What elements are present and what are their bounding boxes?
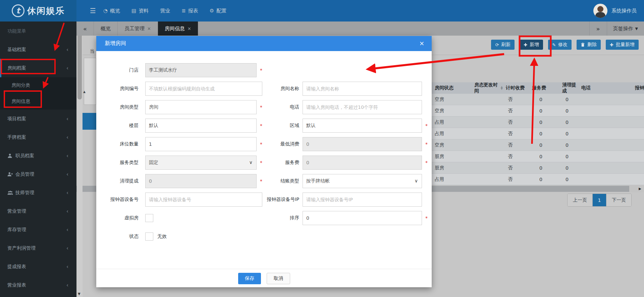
sidebar-item-room-archive[interactable]: 房间档案 ‹ <box>0 59 76 77</box>
form-field-floor: 楼层默认* <box>96 119 262 133</box>
store-dropdown[interactable]: 李工测试水疗 <box>145 63 257 77</box>
chevron-left-icon: ‹ <box>66 227 68 233</box>
min-spend-label: 最低消费 <box>262 141 299 147</box>
vertical-scroll-thumb[interactable] <box>77 29 82 99</box>
chevron-down-icon: ▼ <box>635 27 638 31</box>
table-header-cell: 服务费 <box>529 82 559 94</box>
form-field-room-type: 房间类型房间* <box>96 100 262 114</box>
store-label: 门店 <box>96 67 139 73</box>
service-fee-input[interactable] <box>303 156 422 170</box>
clock-device-ip-label: 报钟器设备号IP <box>262 197 299 203</box>
required-asterisk: * <box>425 123 428 128</box>
sidebar-item-asset-profit-mgmt[interactable]: 资产利润管理 ‹ <box>0 239 76 257</box>
tab-close-icon[interactable]: ✕ <box>187 26 191 31</box>
sidebar-item-project-archive[interactable]: 项目档案 ‹ <box>0 110 76 128</box>
next-page-button[interactable]: 下一页 <box>606 194 631 206</box>
scroll-right-icon[interactable]: ▶ <box>639 187 641 190</box>
tab-operations-dropdown[interactable]: 页签操作 ▼ <box>607 22 644 36</box>
toolbar-add-button[interactable]: ✚ 新增 <box>520 40 543 50</box>
toolbar-batch-add-button[interactable]: ✚ 批量新增 <box>606 40 639 50</box>
cancel-button[interactable]: 取消 <box>267 273 290 284</box>
tabs-scroll-left-button[interactable]: « <box>76 22 94 36</box>
nav-data[interactable]: ▤ 资料 <box>131 8 149 14</box>
clean-commission-label: 清理提成 <box>96 178 139 184</box>
table-row[interactable]: 占用 否 0 0 <box>432 174 644 185</box>
room-no-input[interactable] <box>145 82 262 96</box>
toolbar-refresh-button[interactable]: ⟳ 刷新 <box>491 40 515 50</box>
toolbar-delete-button[interactable]: 删除 <box>577 40 601 50</box>
sidebar-item-member-mgmt[interactable]: 会员管理 ‹ <box>0 165 76 183</box>
table-row[interactable]: 占用 否 0 0 <box>432 117 644 128</box>
nav-overview[interactable]: ◔ 概览 <box>103 8 120 14</box>
required-asterisk: * <box>260 104 262 110</box>
add-room-modal: 新增房间 ✕ 门店李工测试水疗*房间编号房间名称房间类型房间*电话楼层默认*区域… <box>96 36 432 287</box>
sort-input[interactable] <box>303 211 422 225</box>
app-screen: t 休闲娱乐 ☰ ◔ 概览 ▤ 资料 营业 ≣ 报表 ⚙ 配置 <box>0 0 644 297</box>
save-button[interactable]: 保存 <box>238 273 261 284</box>
reports-icon: ≣ <box>181 8 186 14</box>
table-header-cell[interactable]: 房态更改时间 ▲▼ <box>471 82 503 94</box>
tab-概览[interactable]: 概览 <box>94 22 118 36</box>
sidebar-item-room-info[interactable]: 房间信息 ‹ <box>0 93 76 110</box>
hamburger-menu-icon[interactable]: ☰ <box>90 7 96 15</box>
sidebar-item-room-category[interactable]: 房间分类 ‹ <box>0 77 76 93</box>
sidebar-item-inventory-mgmt[interactable]: 库存管理 ‹ <box>0 220 76 239</box>
sidebar-item-commission-report[interactable]: 提成报表 ‹ <box>0 257 76 276</box>
toolbar-edit-button[interactable]: ✎ 修改 <box>548 40 572 50</box>
table-row[interactable]: 空房 否 0 0 <box>432 105 644 117</box>
content-vertical-scrollbar[interactable]: ▲ ▼ <box>77 22 83 297</box>
table-row[interactable]: 空房 否 0 0 <box>432 139 644 151</box>
sidebar-item-technician-mgmt[interactable]: 技师管理 ‹ <box>0 183 76 202</box>
form-field-beds: 床位数量* <box>96 137 262 151</box>
sidebar-item-business-report[interactable]: 营业报表 ‹ <box>0 276 76 294</box>
table-row[interactable]: 空房 否 0 0 <box>432 94 644 105</box>
table-row[interactable]: 占用 否 0 0 <box>432 128 644 139</box>
rooms-table: 房间状态 房态更改时间 ▲▼ 计时收费 服务费 清理提成 电话 报钟器设备号 <box>432 82 644 185</box>
phone-input[interactable] <box>303 100 422 114</box>
sidebar-item-staff-archive[interactable]: 职员档案 ‹ <box>0 146 76 165</box>
add-room-form: 门店李工测试水疗*房间编号房间名称房间类型房间*电话楼层默认*区域默认*床位数量… <box>96 63 432 244</box>
nav-reports[interactable]: ≣ 报表 <box>181 8 198 14</box>
area-dropdown[interactable]: 默认 <box>303 119 422 133</box>
form-field-room-name: 房间名称 <box>262 82 432 96</box>
sidebar-item-handcard-archive[interactable]: 手牌档案 ‹ <box>0 128 76 146</box>
beds-input[interactable] <box>145 137 257 151</box>
required-asterisk: * <box>260 141 262 147</box>
clock-device-ip-input[interactable] <box>303 193 422 207</box>
user-menu[interactable]: 系统操作员 <box>593 4 644 18</box>
tabs-scroll-right-button[interactable]: » <box>589 22 607 36</box>
prev-page-button[interactable]: 上一页 <box>568 194 592 206</box>
nav-business[interactable]: 营业 <box>160 8 170 14</box>
rooms-table-body: 空房 否 0 0 空房 否 0 0 <box>432 94 644 185</box>
room-type-dropdown[interactable]: 房间 <box>145 100 257 114</box>
service-type-select[interactable]: 固定 <box>145 156 257 170</box>
group-icon <box>7 190 15 195</box>
settle-type-select[interactable]: 按手牌结帐 <box>303 174 422 188</box>
required-asterisk: * <box>260 68 262 73</box>
tab-close-icon[interactable]: ✕ <box>147 26 151 31</box>
nav-config[interactable]: ⚙ 配置 <box>210 8 226 14</box>
tab-房间信息[interactable]: 房间信息 ✕ <box>158 22 198 36</box>
floor-dropdown[interactable]: 默认 <box>145 119 257 133</box>
tab-员工管理[interactable]: 员工管理 ✕ <box>118 22 158 36</box>
clean-commission-input[interactable] <box>145 174 257 188</box>
table-row[interactable]: 脏房 否 0 0 <box>432 151 644 162</box>
clock-device-input[interactable] <box>145 193 262 207</box>
user-name: 系统操作员 <box>611 8 637 14</box>
current-page-button[interactable]: 1 <box>592 194 606 206</box>
virtual-room-checkbox[interactable] <box>145 214 153 222</box>
min-spend-input[interactable] <box>303 137 422 151</box>
table-toolbar: ⟳ 刷新 ✚ 新增 ✎ 修改 删除 ✚ 批量新增 <box>491 40 639 50</box>
close-icon[interactable]: ✕ <box>419 40 424 47</box>
status-checkbox[interactable] <box>145 232 153 241</box>
sidebar-item-business-mgmt[interactable]: 营业管理 ‹ <box>0 202 76 220</box>
top-nav-menu: ◔ 概览 ▤ 资料 营业 ≣ 报表 ⚙ 配置 <box>103 8 226 14</box>
scroll-down-icon[interactable]: ▼ <box>78 292 80 296</box>
rooms-table-header: 房间状态 房态更改时间 ▲▼ 计时收费 服务费 清理提成 电话 报钟器设备号 <box>432 82 644 94</box>
room-name-input[interactable] <box>303 82 422 96</box>
sidebar-title: 功能菜单 <box>0 22 76 40</box>
top-navbar: t 休闲娱乐 ☰ ◔ 概览 ▤ 资料 营业 ≣ 报表 ⚙ 配置 <box>0 0 644 22</box>
table-row[interactable]: 脏房 否 0 0 <box>432 162 644 174</box>
phone-label: 电话 <box>262 104 299 110</box>
sidebar-item-base-archive[interactable]: 基础档案 ‹ <box>0 40 76 59</box>
